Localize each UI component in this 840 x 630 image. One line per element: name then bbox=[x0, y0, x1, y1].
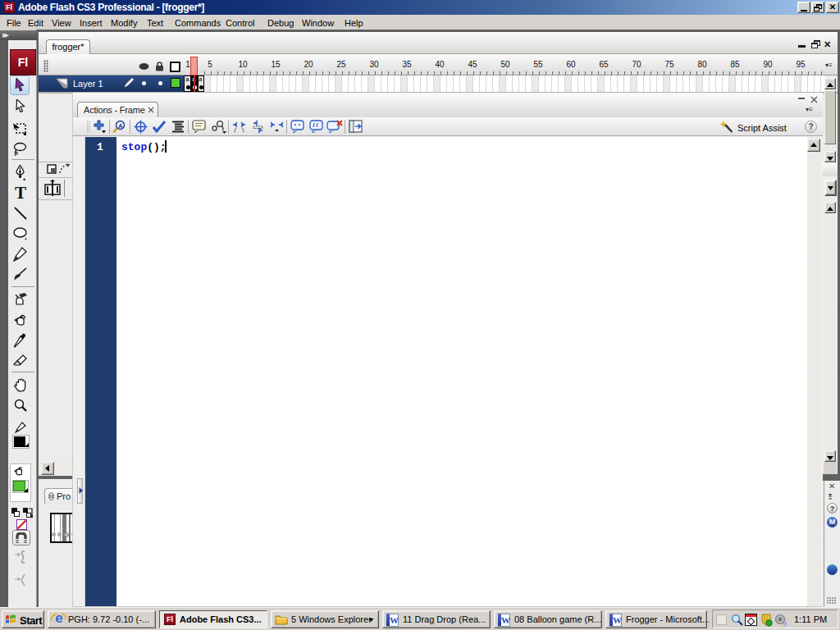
svg-text:A: A bbox=[118, 122, 123, 130]
